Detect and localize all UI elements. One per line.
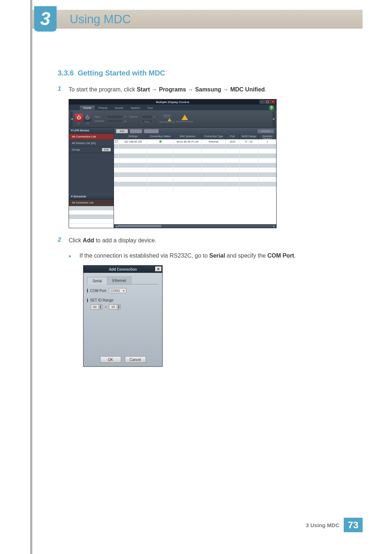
section-number: 3.3.6 [58, 69, 74, 77]
range-to-stepper[interactable]: 10 ▲▼ [109, 304, 121, 309]
tab-home[interactable]: Home [80, 106, 95, 110]
comport-value: COM1 [110, 289, 120, 292]
range-tilde: ~ [105, 305, 107, 309]
footer-chapter: 3 Using MDC [306, 522, 339, 528]
tab-serial[interactable]: Serial [87, 277, 107, 284]
fault-device-0-label: Fault Device (0) [159, 121, 175, 123]
mdc-window-buttons: – ▢ × [260, 100, 275, 104]
ok-button[interactable]: OK [100, 356, 121, 363]
mdc-titlebar: Multiple Display Control – ▢ × [69, 99, 276, 104]
content: 3.3.6 Getting Started with MDC 1 To star… [58, 69, 363, 367]
col-detected: Detected Devices [258, 134, 276, 139]
scroll-right-icon[interactable]: ▶ [273, 225, 275, 227]
scroll-thumb[interactable] [118, 225, 161, 227]
sidebar-group[interactable]: Group Edit [69, 147, 114, 153]
dialog-buttons: OK Cancel [83, 356, 162, 363]
comport-select[interactable]: COM1 ▼ [109, 288, 126, 293]
channel-stepper[interactable] [107, 119, 123, 123]
step-1-text: To start the program, click Start → Prog… [69, 85, 266, 94]
delete-button[interactable]: Delete [144, 129, 159, 133]
sidebar-group-edit[interactable]: Edit [102, 148, 111, 151]
add-button[interactable]: Add [116, 129, 128, 133]
sidebar-schedule-header[interactable]: ▾ Schedule [69, 194, 114, 200]
step-1-mdc: MDC Unified [230, 86, 265, 93]
minimize-button[interactable]: – [260, 100, 265, 104]
bullet-comport: COM Port [268, 253, 294, 259]
table-row[interactable]: 107.108.89.126 40-61-86-4E-FC-65 Etherne… [114, 139, 276, 144]
range-from-stepper[interactable]: 00 ▲▼ [91, 304, 102, 309]
setid-label: SET ID Range [90, 298, 113, 302]
tab-picture[interactable]: Picture [95, 106, 111, 110]
mdc-ribbon: ◀ ⏻ ⏻ On Off Input▼ Channel◂▸ Volume▸ Mu… [69, 110, 276, 128]
sidebar-schedule-list [69, 206, 114, 228]
step-1: 1 To start the program, click Start → Pr… [58, 85, 363, 94]
scroll-left-icon[interactable]: ◀ [115, 225, 118, 227]
volume-slider[interactable] [142, 115, 152, 119]
table-row [114, 182, 276, 186]
row-checkbox[interactable] [114, 139, 119, 144]
step-1-a2: → [186, 86, 195, 93]
bullet-serial: Serial [209, 253, 225, 259]
tab-sound[interactable]: Sound [111, 106, 127, 110]
cancel-button[interactable]: Cancel [125, 356, 146, 363]
input-select[interactable] [107, 115, 123, 119]
mute-button[interactable]: Mute [142, 119, 152, 123]
step-down-icon[interactable]: ▼ [98, 307, 102, 309]
dialog-tabs: Serial Ethernet [87, 276, 159, 284]
volume-label: Volume [129, 115, 141, 118]
col-settings: Settings [119, 134, 147, 139]
maximize-button[interactable]: ▢ [265, 100, 270, 104]
col-mac: MAC Address [173, 134, 202, 139]
table-row [114, 168, 276, 172]
power-labels: On Off [75, 122, 91, 124]
col-checkbox [114, 134, 119, 139]
scroll-track[interactable] [118, 225, 273, 227]
sidebar-lfd-header[interactable]: ▾ LFD Device [69, 128, 114, 134]
close-button[interactable]: × [270, 100, 275, 104]
monitor-warning-icon [163, 115, 171, 120]
mdc-sidebar: ▾ LFD Device All Connection List All Dev… [69, 128, 114, 228]
footer-page-number: 73 [344, 518, 363, 532]
tab-ethernet[interactable]: Ethernet [107, 276, 132, 284]
row-settings: 107.108.89.126 [119, 139, 147, 144]
ribbon-power: ⏻ ⏻ On Off [74, 113, 92, 125]
tab-system[interactable]: System [127, 106, 144, 110]
input-label: Input [94, 115, 106, 118]
power-icon: ⏻ [85, 115, 90, 120]
table-row [114, 186, 276, 191]
side-stripe [30, 0, 32, 554]
power-on-button[interactable]: ⏻ [75, 114, 83, 122]
mdc-main: Add Edit Delete Refresh Settings Connect… [114, 128, 276, 228]
stepper-buttons[interactable]: ▲▼ [98, 305, 102, 309]
step-1-start: Start [137, 86, 150, 93]
power-on-label: On [75, 122, 83, 124]
range-to-value: 10 [109, 305, 117, 309]
edit-button[interactable]: Edit [130, 129, 142, 133]
sidebar-all-device[interactable]: All Device List (01) [69, 140, 114, 147]
power-off-button[interactable]: ⏻ [83, 114, 91, 122]
tab-tool[interactable]: Tool [144, 106, 156, 110]
ribbon-next[interactable]: ▶ [273, 111, 275, 127]
step-2-text: Click Add to add a display device. [69, 236, 156, 245]
step-2: 2 Click Add to add a display device. [58, 236, 363, 245]
sidebar-all-schedule[interactable]: All Schedule List [69, 200, 114, 206]
sidebar-all-connection[interactable]: All Connection List [69, 134, 114, 140]
step-1-programs: Programs [159, 86, 186, 93]
refresh-button[interactable]: Refresh [258, 129, 274, 133]
dialog-titlebar: Add Connection ✕ [83, 266, 162, 273]
sidebar-spacer [69, 153, 114, 194]
dialog-close-button[interactable]: ✕ [155, 266, 162, 271]
ribbon-prev[interactable]: ◀ [70, 111, 73, 127]
step-1-pre: To start the program, click [69, 86, 137, 93]
fault-device-0[interactable]: Fault Device (0) [159, 115, 175, 123]
horizontal-scrollbar[interactable]: ◀ ▶ [114, 224, 276, 228]
comport-label: COM Port [90, 289, 106, 293]
table-body: 107.108.89.126 40-61-86-4E-FC-65 Etherne… [114, 139, 276, 224]
table-row [114, 158, 276, 163]
help-button[interactable]: ? [269, 105, 274, 110]
fault-device-alert[interactable]: Fault Device Alert [176, 115, 193, 123]
add-connection-dialog: Add Connection ✕ Serial Ethernet COM Por… [83, 265, 163, 367]
dialog-title: Add Connection [109, 267, 137, 271]
stepper-buttons[interactable]: ▲▼ [117, 305, 120, 309]
step-down-icon[interactable]: ▼ [117, 307, 120, 309]
